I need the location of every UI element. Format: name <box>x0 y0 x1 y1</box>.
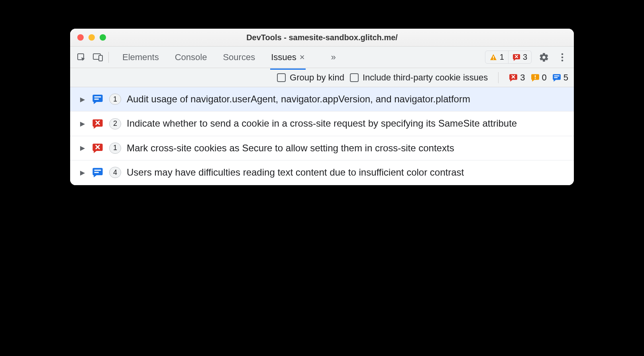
issue-count-badge: 1 <box>109 143 121 154</box>
close-tab-icon[interactable]: × <box>300 52 305 63</box>
warning-bubble-icon <box>531 73 540 82</box>
errors-badge[interactable]: 3 <box>508 51 531 63</box>
warning-icon <box>489 53 497 61</box>
zoom-window-button[interactable] <box>100 34 106 41</box>
errors-count: 3 <box>523 53 527 62</box>
issue-row[interactable]: ▶2Indicate whether to send a cookie in a… <box>70 111 574 136</box>
error-bubble-icon <box>512 53 520 61</box>
svg-point-6 <box>562 56 564 58</box>
error-bubble-icon <box>509 73 518 82</box>
warnings-count: 1 <box>500 53 504 62</box>
disclosure-triangle-icon[interactable]: ▶ <box>79 144 86 152</box>
checkbox-label: Group by kind <box>290 72 344 83</box>
minimize-window-button[interactable] <box>88 34 95 41</box>
divider <box>498 72 499 83</box>
tab-label: Issues <box>271 52 296 63</box>
tab-label: Sources <box>223 52 255 63</box>
issue-count-badge: 1 <box>109 94 121 105</box>
include-third-party-checkbox[interactable]: Include third-party cookie issues <box>350 72 488 83</box>
device-toolbar-icon[interactable] <box>92 52 104 63</box>
inspect-element-icon[interactable] <box>76 52 87 63</box>
summary-warnings[interactable]: 0 <box>531 72 547 83</box>
issue-title: Indicate whether to send a cookie in a c… <box>127 117 517 130</box>
error-bubble-icon <box>92 118 104 130</box>
tab-label: Console <box>175 52 207 63</box>
error-bubble-icon <box>92 142 104 154</box>
svg-rect-8 <box>534 75 535 77</box>
issue-title: Users may have difficulties reading text… <box>127 166 464 179</box>
issues-list: ▶1Audit usage of navigator.userAgent, na… <box>70 87 574 185</box>
svg-rect-3 <box>493 56 494 58</box>
issue-row[interactable]: ▶4Users may have difficulties reading te… <box>70 160 574 185</box>
checkbox-icon <box>350 73 359 82</box>
tab-issues[interactable]: Issues × <box>270 49 305 66</box>
svg-point-5 <box>562 53 564 55</box>
more-vertical-icon <box>561 53 564 62</box>
group-by-kind-checkbox[interactable]: Group by kind <box>277 72 344 83</box>
toolbar-left-icons <box>76 52 104 63</box>
more-button[interactable] <box>556 51 568 63</box>
toolbar-issue-badges: 1 3 <box>485 51 532 64</box>
issue-row[interactable]: ▶1Audit usage of navigator.userAgent, na… <box>70 87 574 111</box>
disclosure-triangle-icon[interactable]: ▶ <box>79 169 86 176</box>
gear-icon <box>539 52 549 63</box>
warnings-badge[interactable]: 1 <box>485 51 508 63</box>
svg-rect-9 <box>534 78 535 79</box>
settings-button[interactable] <box>538 51 550 63</box>
summary-info[interactable]: 5 <box>552 72 568 83</box>
close-window-button[interactable] <box>77 34 84 41</box>
divider <box>108 52 109 63</box>
summary-errors[interactable]: 3 <box>509 72 525 83</box>
svg-rect-10 <box>554 75 559 76</box>
window-titlebar: DevTools - samesite-sandbox.glitch.me/ <box>70 29 574 47</box>
tabs-overflow-button[interactable]: » <box>331 52 336 63</box>
svg-rect-12 <box>94 96 101 98</box>
info-bubble-icon <box>92 93 104 105</box>
issue-count-badge: 2 <box>109 118 121 129</box>
issue-count-badge: 4 <box>109 167 121 178</box>
svg-rect-4 <box>493 59 494 59</box>
summary-errors-count: 3 <box>520 72 525 83</box>
window-title: DevTools - samesite-sandbox.glitch.me/ <box>70 33 574 42</box>
info-bubble-icon <box>552 73 561 82</box>
issue-title: Audit usage of navigator.userAgent, navi… <box>127 93 470 106</box>
tab-elements[interactable]: Elements <box>122 49 160 66</box>
info-bubble-icon <box>92 166 104 178</box>
devtools-window: DevTools - samesite-sandbox.glitch.me/ E… <box>70 29 574 185</box>
disclosure-triangle-icon[interactable]: ▶ <box>79 120 86 127</box>
svg-point-7 <box>562 59 564 61</box>
summary-info-count: 5 <box>564 72 568 83</box>
summary-warnings-count: 0 <box>542 72 547 83</box>
svg-rect-2 <box>99 55 102 61</box>
issue-title: Mark cross-site cookies as Secure to all… <box>127 142 454 155</box>
issues-filter-bar: Group by kind Include third-party cookie… <box>70 68 574 87</box>
tab-label: Elements <box>122 52 159 63</box>
checkbox-icon <box>277 73 286 82</box>
svg-rect-14 <box>94 170 101 171</box>
issue-row[interactable]: ▶1Mark cross-site cookies as Secure to a… <box>70 136 574 160</box>
traffic-lights <box>70 34 106 41</box>
disclosure-triangle-icon[interactable]: ▶ <box>79 96 86 103</box>
svg-rect-15 <box>94 172 99 173</box>
checkbox-label: Include third-party cookie issues <box>363 72 488 83</box>
main-toolbar: Elements Console Sources Issues × » 1 3 <box>70 47 574 68</box>
panel-tabs: Elements Console Sources Issues × » <box>122 49 336 66</box>
tab-console[interactable]: Console <box>174 49 208 66</box>
svg-rect-13 <box>94 99 99 100</box>
tab-sources[interactable]: Sources <box>222 49 256 66</box>
svg-rect-11 <box>554 77 558 78</box>
